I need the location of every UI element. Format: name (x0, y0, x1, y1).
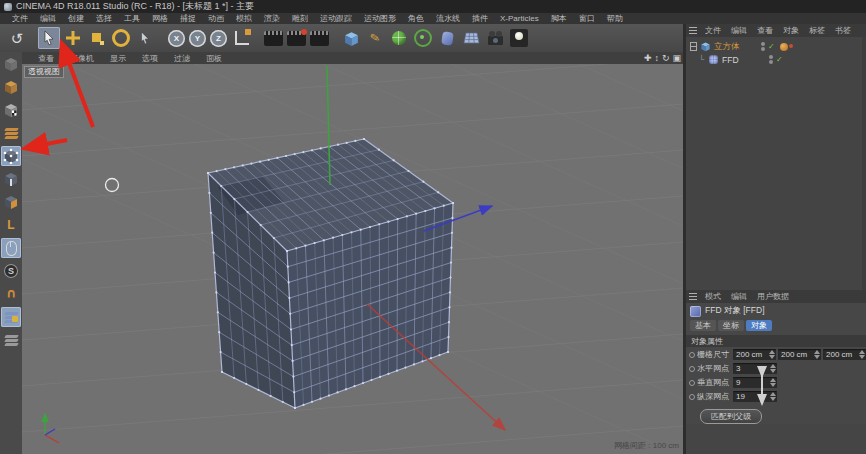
viewport-menu-item[interactable]: 面板 (198, 53, 230, 64)
object-row-cube[interactable]: 立方体 ✓ (686, 40, 866, 53)
om-scrollbar[interactable] (862, 37, 866, 290)
texture-mode-button[interactable] (1, 100, 21, 120)
menu-item[interactable]: X-Particles (494, 14, 545, 23)
om-menu-item[interactable]: 标签 (804, 25, 830, 36)
stepper-icon[interactable] (769, 392, 776, 401)
expand-toggle-icon[interactable] (690, 42, 697, 51)
menu-item[interactable]: 角色 (402, 13, 430, 24)
spline-pen-button[interactable]: ✎ (364, 27, 386, 49)
menu-item[interactable]: 帮助 (601, 13, 629, 24)
render-settings-button[interactable] (310, 31, 329, 46)
phong-tag-icon[interactable] (780, 43, 788, 51)
axis-lock-button[interactable]: X (168, 30, 185, 47)
cube-primitive-button[interactable] (340, 27, 362, 49)
object-name[interactable]: 立方体 (714, 41, 758, 53)
viewport-menu-item[interactable]: 选项 (134, 53, 166, 64)
render-view-button[interactable] (264, 31, 283, 46)
snapping-button[interactable]: ∪ (1, 284, 21, 304)
viewport-menu-item[interactable]: 查看 (30, 53, 62, 64)
viewport-canvas[interactable] (22, 52, 683, 454)
locked-workplane-button[interactable] (1, 307, 21, 327)
live-selection-tool[interactable] (38, 27, 60, 49)
mograph-button[interactable] (412, 27, 434, 49)
stepper-icon[interactable] (813, 350, 820, 359)
grid-size-z-input[interactable]: 200 cm (823, 349, 866, 360)
stepper-icon[interactable] (858, 350, 865, 359)
menu-item[interactable]: 渲染 (258, 13, 286, 24)
enable-check-icon[interactable]: ✓ (768, 42, 777, 51)
menu-item[interactable]: 运动图形 (358, 13, 402, 24)
menu-item[interactable]: 文件 (6, 13, 34, 24)
perspective-viewport[interactable]: 查看摄像机显示选项过滤面板 ✚ ↕ ↻ ▣ 透视视图 网格间距 : 100 cm (22, 52, 683, 454)
scale-tool[interactable] (86, 27, 108, 49)
axis-lock-button[interactable]: Y (189, 30, 206, 47)
om-menu-item[interactable]: 文件 (700, 25, 726, 36)
keyframe-dot-icon[interactable] (689, 394, 695, 400)
grid-size-y-input[interactable]: 200 cm (778, 349, 821, 360)
menu-item[interactable]: 编辑 (34, 13, 62, 24)
menu-item[interactable]: 插件 (466, 13, 494, 24)
menu-item[interactable]: 创建 (62, 13, 90, 24)
menu-item[interactable]: 网格 (146, 13, 174, 24)
menu-item[interactable]: 窗口 (573, 13, 601, 24)
object-row-ffd[interactable]: └ FFD ✓ (686, 53, 866, 66)
orbit-icon[interactable]: ↻ (662, 53, 670, 63)
floor-button[interactable] (460, 27, 482, 49)
model-mode-button[interactable] (1, 77, 21, 97)
zoom-icon[interactable]: ↕ (654, 53, 659, 63)
om-menu-item[interactable]: 查看 (752, 25, 778, 36)
am-menu-item[interactable]: 模式 (700, 291, 726, 302)
attribute-tab[interactable]: 坐标 (718, 320, 744, 331)
make-editable-button[interactable] (1, 54, 21, 74)
polygons-mode-button[interactable] (1, 192, 21, 212)
points-mode-button[interactable] (1, 146, 21, 166)
keyframe-dot-icon[interactable] (689, 352, 695, 358)
menu-item[interactable]: 工具 (118, 13, 146, 24)
menu-item[interactable]: 选择 (90, 13, 118, 24)
light-button[interactable] (508, 27, 530, 49)
stepper-icon[interactable] (768, 350, 775, 359)
menu-item[interactable]: 动画 (202, 13, 230, 24)
render-to-picture-viewer-button[interactable] (287, 31, 306, 46)
viewport-solo-button[interactable] (1, 238, 21, 258)
viewport-menu-item[interactable]: 显示 (102, 53, 134, 64)
last-tool[interactable] (134, 27, 156, 49)
viewport-menu-item[interactable]: 摄像机 (62, 53, 102, 64)
om-menu-item[interactable]: 编辑 (726, 25, 752, 36)
menu-item[interactable]: 流水线 (430, 13, 466, 24)
workplane-mode-button[interactable] (1, 123, 21, 143)
fit-to-parent-button[interactable]: 匹配到父级 (700, 409, 762, 424)
rotate-tool[interactable] (110, 27, 132, 49)
edges-mode-button[interactable] (1, 169, 21, 189)
menu-item[interactable]: 雕刻 (286, 13, 314, 24)
visibility-dots-icon[interactable] (769, 55, 773, 64)
deformer-button[interactable] (436, 27, 458, 49)
am-menu-item[interactable]: 编辑 (726, 291, 752, 302)
move-tool[interactable] (62, 27, 84, 49)
undo-icon[interactable]: ↺ (6, 27, 28, 49)
camera-button[interactable] (484, 27, 506, 49)
viewport-menu-item[interactable]: 过滤 (166, 53, 198, 64)
maximize-view-icon[interactable]: ▣ (672, 53, 681, 63)
pan-icon[interactable]: ✚ (644, 53, 652, 63)
planar-workplane-button[interactable] (1, 330, 21, 350)
visibility-dots-icon[interactable] (761, 42, 765, 51)
snap-scale-button[interactable]: S (1, 261, 21, 281)
menu-item[interactable]: 捕捉 (174, 13, 202, 24)
keyframe-dot-icon[interactable] (689, 366, 695, 372)
attribute-tab[interactable]: 对象 (746, 320, 772, 331)
horizontal-points-input[interactable]: 3 (733, 363, 777, 374)
enable-check-icon[interactable]: ✓ (776, 55, 785, 64)
object-name[interactable]: FFD (722, 55, 766, 65)
menu-item[interactable]: 模拟 (230, 13, 258, 24)
keyframe-dot-icon[interactable] (689, 380, 695, 386)
menu-item[interactable]: 运动跟踪 (314, 13, 358, 24)
subdivision-surface-button[interactable] (388, 27, 410, 49)
grid-size-x-input[interactable]: 200 cm (733, 349, 776, 360)
coordinate-system-toggle[interactable] (231, 27, 253, 49)
axis-lock-button[interactable]: Z (210, 30, 227, 47)
om-menu-item[interactable]: 对象 (778, 25, 804, 36)
burger-icon[interactable] (689, 293, 697, 300)
burger-icon[interactable] (689, 27, 697, 34)
stepper-icon[interactable] (769, 378, 776, 387)
